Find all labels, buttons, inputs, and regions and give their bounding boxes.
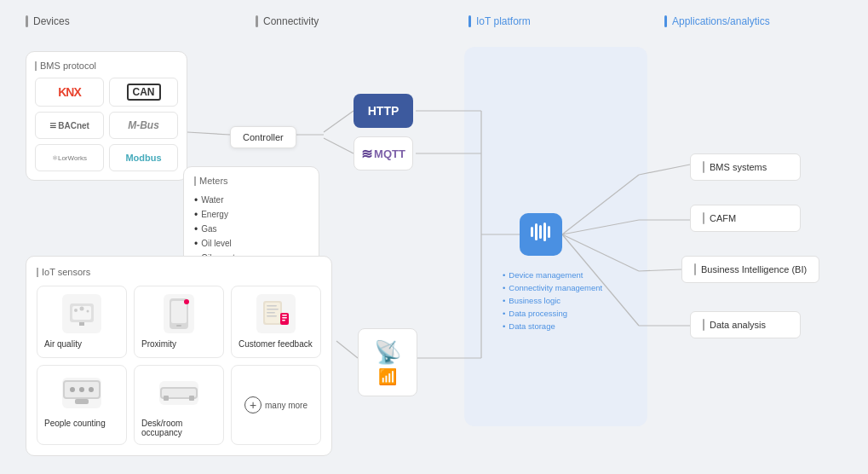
people-counting-icon xyxy=(63,380,101,406)
iot-feature-connectivity-mgmt: Connectivity management xyxy=(503,281,652,294)
protocol-modbus: Modbus xyxy=(109,144,178,171)
antenna-icon: 📡 xyxy=(374,339,401,366)
col-header-connectivity: Connectivity xyxy=(256,15,426,27)
iot-sensors-title: IoT sensors xyxy=(37,267,321,277)
svg-rect-49 xyxy=(535,223,537,240)
protocol-knx: KNX xyxy=(35,78,104,107)
svg-rect-48 xyxy=(531,227,533,237)
iot-center-node xyxy=(520,213,562,256)
svg-line-2 xyxy=(324,111,354,132)
protocol-mbus: M-Bus xyxy=(109,112,178,139)
iot-feature-data-processing: Data processing xyxy=(503,307,652,320)
svg-rect-31 xyxy=(267,309,279,310)
protocol-loreworks: ⚛LorWorks xyxy=(35,144,104,171)
svg-rect-24 xyxy=(79,322,84,326)
svg-line-3 xyxy=(324,138,354,153)
svg-rect-36 xyxy=(282,317,287,319)
svg-rect-35 xyxy=(282,315,287,316)
air-quality-icon xyxy=(66,298,97,329)
svg-rect-30 xyxy=(267,305,277,307)
sensor-customer-feedback: Customer feedback xyxy=(231,286,321,358)
col-header-apps: Applications/analytics xyxy=(664,15,835,27)
columns-header: Devices Connectivity IoT platform Applic… xyxy=(26,15,851,27)
controller-node: Controller xyxy=(230,126,296,148)
svg-rect-43 xyxy=(75,399,89,404)
sensor-proximity-label: Proximity xyxy=(141,339,176,349)
meters-title: Meters xyxy=(194,176,308,186)
svg-rect-50 xyxy=(539,225,542,239)
svg-point-40 xyxy=(70,387,75,392)
protocol-can: CAN xyxy=(109,78,178,107)
sensor-many-more[interactable]: + many more xyxy=(231,365,321,445)
protocol-grid: KNX CAN BACnet M-Bus ⚛LorWorks Modbus xyxy=(35,78,178,171)
iot-sensors-box: IoT sensors Air q xyxy=(26,256,332,456)
bi-box: Business Intelligence (BI) xyxy=(681,256,819,283)
svg-point-41 xyxy=(79,387,84,392)
svg-point-21 xyxy=(74,309,78,312)
http-node: HTTP xyxy=(354,94,413,128)
sensor-desk-occupancy: Desk/room occupancy xyxy=(134,365,224,445)
svg-rect-33 xyxy=(267,315,277,317)
customer-feedback-icon xyxy=(260,298,292,330)
bms-systems-box: BMS systems xyxy=(690,153,801,181)
sensor-proximity: Proximity xyxy=(134,286,224,358)
svg-rect-26 xyxy=(171,301,187,323)
meter-oil-level: Oil level xyxy=(194,236,308,251)
bms-protocol-box: BMS protocol KNX CAN BACnet M-Bus ⚛LorWo… xyxy=(26,51,187,181)
svg-rect-51 xyxy=(543,223,546,241)
svg-point-42 xyxy=(89,387,94,392)
iot-feature-device-mgmt: Device management xyxy=(503,269,652,281)
svg-rect-52 xyxy=(548,226,550,238)
protocol-bacnet: BACnet xyxy=(35,112,104,139)
cafm-box: CAFM xyxy=(690,205,801,232)
sensor-people-counting-label: People counting xyxy=(44,419,106,428)
data-analysis-box: Data analysis xyxy=(690,311,801,338)
desk-occupancy-icon xyxy=(160,384,198,402)
svg-line-0 xyxy=(187,132,230,135)
svg-rect-46 xyxy=(164,396,169,401)
bms-protocol-title: BMS protocol xyxy=(35,61,178,71)
wifi-icon: 📶 xyxy=(378,367,397,386)
col-header-iot: IoT platform xyxy=(468,15,639,27)
antenna-node: 📡 📶 xyxy=(358,328,417,396)
svg-point-23 xyxy=(87,310,89,313)
sensor-air-quality: Air quality xyxy=(37,286,127,358)
meter-water: Water xyxy=(194,193,308,207)
svg-rect-47 xyxy=(189,396,194,401)
sensors-grid: Air quality xyxy=(37,286,321,445)
iot-feature-business-logic: Business logic xyxy=(503,294,652,307)
diagram-container: Devices Connectivity IoT platform Applic… xyxy=(0,0,868,474)
sensor-customer-feedback-label: Customer feedback xyxy=(239,339,313,349)
svg-point-22 xyxy=(80,307,84,311)
svg-rect-32 xyxy=(267,312,275,314)
svg-rect-27 xyxy=(176,325,181,327)
sensor-desk-occupancy-label: Desk/room occupancy xyxy=(141,419,216,437)
svg-rect-37 xyxy=(282,320,285,321)
mqtt-node: ≋ MQTT xyxy=(354,136,413,171)
iot-center-icon xyxy=(529,220,553,249)
sensor-air-quality-label: Air quality xyxy=(44,339,82,349)
meter-energy: Energy xyxy=(194,207,308,222)
sensor-people-counting: People counting xyxy=(37,365,127,445)
iot-features-list: Device management Connectivity managemen… xyxy=(503,269,652,332)
svg-line-8 xyxy=(336,341,358,358)
iot-feature-data-storage: Data storage xyxy=(503,320,652,332)
col-header-devices: Devices xyxy=(26,15,213,27)
meter-gas: Gas xyxy=(194,222,308,236)
